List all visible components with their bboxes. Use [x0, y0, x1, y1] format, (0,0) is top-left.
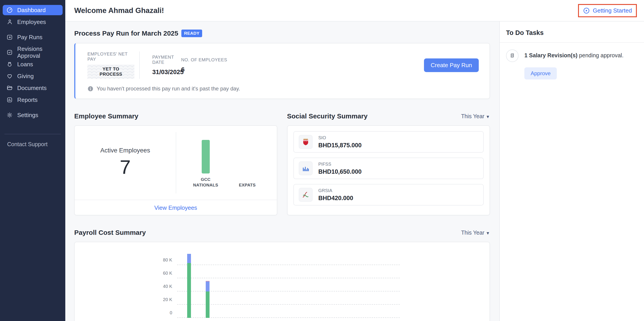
- employees-icon: [6, 19, 13, 25]
- body-row: Process Pay Run for March 2025 READY EMP…: [65, 22, 644, 321]
- active-employees-label: Active Employees: [100, 147, 150, 154]
- app-root: DashboardEmployeesPay RunsRevisions Appr…: [0, 0, 644, 321]
- chevron-down-icon: ▼: [486, 114, 490, 119]
- social-security-period-dropdown[interactable]: This Year▼: [461, 113, 490, 120]
- sidebar-item-label: Giving: [17, 73, 34, 80]
- bar-segment-blue: [206, 281, 210, 291]
- approve-button[interactable]: Approve: [524, 67, 557, 80]
- payrun-card: EMPLOYEES' NET PAYYET TO PROCESSPAYMENT …: [74, 43, 490, 99]
- bar-slot-jan-2025: [180, 251, 198, 318]
- payroll-chart-plot: 020 K40 K60 K80 K: [177, 251, 400, 318]
- employee-summary-title: Employee Summary: [74, 112, 138, 120]
- header-actions: Getting Started: [578, 4, 637, 17]
- x-axis-tick-label: Jun2025: [272, 320, 291, 321]
- social-security-row-grsia[interactable]: GRSIABHD420.000: [294, 184, 484, 205]
- payroll-cost-section: Payroll Cost Summary This Year▼ 020 K40 …: [74, 229, 490, 321]
- sidebar-item-label: Settings: [17, 112, 38, 119]
- payrun-fields: EMPLOYEES' NET PAYYET TO PROCESSPAYMENT …: [88, 52, 479, 79]
- employee-bar: [202, 140, 210, 173]
- social-security-row-pifss[interactable]: PIFSSBHD10,650.000: [294, 158, 484, 179]
- active-employees-block: Active Employees 7: [75, 126, 176, 200]
- giving-icon: [6, 73, 13, 80]
- sidebar-item-dashboard[interactable]: Dashboard: [3, 5, 62, 15]
- payrun-field-employees-net-pay: EMPLOYEES' NET PAYYET TO PROCESS: [88, 52, 134, 79]
- sidebar-item-label: Pay Runs: [17, 34, 42, 41]
- active-employees-count: 7: [120, 156, 130, 179]
- field-label: NO. OF EMPLOYEES: [181, 57, 227, 63]
- sidebar: DashboardEmployeesPay RunsRevisions Appr…: [0, 0, 65, 321]
- sidebar-item-loans[interactable]: Loans: [3, 59, 62, 69]
- sidebar-item-label: Dashboard: [17, 7, 46, 14]
- todo-panel: To Do Tasks 1 Salary Revision(s) pending…: [499, 22, 644, 321]
- sidebar-item-pay-runs[interactable]: Pay Runs: [3, 32, 62, 42]
- loans-icon: [6, 61, 13, 68]
- x-axis-tick-label: Sep2025: [328, 320, 347, 321]
- social-security-name: GRSIA: [318, 188, 353, 193]
- payrun-title: Process Pay Run for March 2025: [74, 30, 178, 37]
- bar-slot-aug-2025: [310, 251, 328, 318]
- payroll-chart-x-axis: Jan2025Feb2025Mar2025Apr2025May2025Jun20…: [180, 320, 402, 321]
- social-security-amount: BHD420.000: [318, 195, 353, 202]
- top-header: Welcome Ahmad Ghazali! Getting Started: [65, 0, 644, 22]
- x-axis-tick-label: Oct2025: [347, 320, 366, 321]
- contact-support-link[interactable]: Contact Support: [3, 141, 62, 148]
- payroll-period-dropdown[interactable]: This Year▼: [461, 229, 490, 236]
- social-security-section: Social Security Summary This Year▼ SIOBH…: [287, 112, 490, 215]
- employee-summary-section: Employee Summary Active Employees 7 GCCN…: [74, 112, 277, 215]
- social-security-title: Social Security Summary: [287, 112, 368, 120]
- x-axis-tick-label: Jul2025: [291, 320, 310, 321]
- sidebar-divider: [4, 134, 61, 134]
- create-pay-run-button[interactable]: Create Pay Run: [424, 59, 479, 72]
- welcome-title: Welcome Ahmad Ghazali!: [74, 6, 164, 15]
- y-axis-tick-label: 20 K: [156, 297, 172, 302]
- social-security-row-sio[interactable]: SIOBHD15,875.000: [294, 131, 484, 153]
- bar-slot-jul-2025: [291, 251, 310, 318]
- social-security-name: SIO: [318, 135, 362, 140]
- sidebar-item-revisions-approval[interactable]: Revisions Approval: [3, 47, 62, 58]
- ready-badge: READY: [181, 30, 202, 37]
- field-label: EMPLOYEES' NET PAY: [88, 52, 134, 62]
- bar-slot-may-2025: [254, 251, 272, 318]
- sio-emblem-icon: [299, 135, 312, 149]
- sidebar-item-label: Employees: [17, 19, 46, 26]
- bar-segment-blue: [187, 254, 191, 263]
- play-circle-icon: [583, 7, 590, 14]
- bar-slot-dec-2025: [384, 251, 402, 318]
- social-security-card: SIOBHD15,875.000PIFSSBHD10,650.000GRSIAB…: [287, 125, 490, 215]
- bar-slot-sep-2025: [328, 251, 347, 318]
- social-security-name: PIFSS: [318, 162, 362, 167]
- sidebar-item-reports[interactable]: Reports: [3, 95, 62, 105]
- pay-runs-icon: [6, 34, 13, 41]
- sidebar-item-employees[interactable]: Employees: [3, 17, 62, 27]
- sidebar-item-giving[interactable]: Giving: [3, 71, 62, 81]
- bar-segment-green: [187, 263, 191, 318]
- employee-card-footer: View Employees: [75, 200, 277, 215]
- employee-category-gcc-nationals: GCCNATIONALS: [192, 130, 219, 188]
- sidebar-item-label: Documents: [17, 85, 47, 92]
- info-icon: [88, 86, 94, 92]
- getting-started-button[interactable]: Getting Started: [578, 4, 637, 17]
- chevron-down-icon: ▼: [486, 231, 490, 235]
- revisions-approval-icon: [6, 49, 13, 56]
- employee-summary-body: Active Employees 7 GCCNATIONALSEXPATS: [75, 126, 277, 200]
- y-axis-tick-label: 40 K: [156, 284, 172, 289]
- payrun-note: You haven't processed this pay run and i…: [88, 86, 479, 92]
- bar-slot-nov-2025: [366, 251, 384, 318]
- field-value: YET TO PROCESS: [88, 65, 134, 79]
- sidebar-nav: DashboardEmployeesPay RunsRevisions Appr…: [3, 5, 62, 122]
- sidebar-item-documents[interactable]: Documents: [3, 83, 62, 93]
- sidebar-item-label: Reports: [17, 97, 38, 103]
- sidebar-item-label: Revisions Approval: [17, 46, 59, 59]
- social-security-amount: BHD15,875.000: [318, 142, 362, 149]
- view-employees-link[interactable]: View Employees: [154, 204, 197, 211]
- sidebar-item-settings[interactable]: Settings: [3, 110, 62, 120]
- documents-icon: [6, 85, 13, 91]
- x-axis-tick-label: Aug2025: [310, 320, 328, 321]
- getting-started-label: Getting Started: [593, 7, 632, 14]
- y-axis-tick-label: 60 K: [156, 271, 172, 276]
- payroll-cost-card: 020 K40 K60 K80 K Jan2025Feb2025Mar2025A…: [74, 242, 490, 321]
- payrun-field-payment-date: PAYMENT DATE31/03/2025: [140, 55, 181, 76]
- main-wrap: Welcome Ahmad Ghazali! Getting Started: [65, 0, 644, 321]
- x-axis-tick-label: Dec2025: [384, 320, 402, 321]
- y-axis-tick-label: 80 K: [156, 257, 172, 262]
